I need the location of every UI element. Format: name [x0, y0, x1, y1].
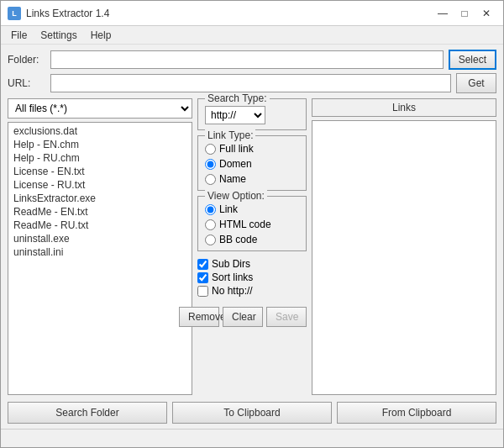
status-bar — [1, 429, 503, 447]
search-folder-button[interactable]: Search Folder — [8, 402, 167, 424]
radio-bb-label: BB code — [219, 234, 257, 245]
sort-links-checkbox[interactable] — [197, 272, 208, 283]
list-item[interactable]: License - RU.txt — [10, 178, 190, 192]
menu-settings[interactable]: Settings — [34, 28, 83, 42]
link-type-label: Link Type: — [205, 129, 255, 141]
view-html: HTML code — [205, 219, 299, 230]
view-link: Link — [205, 203, 299, 215]
sub-dirs-label: Sub Dirs — [212, 258, 250, 270]
sort-links-label: Sort links — [212, 271, 253, 283]
maximize-button[interactable]: □ — [454, 5, 475, 22]
folder-label: Folder: — [8, 54, 45, 66]
window-title: Links Extractor 1.4 — [26, 8, 433, 19]
links-area[interactable] — [312, 120, 496, 395]
link-type-domen: Domen — [205, 158, 299, 170]
folder-row: Folder: Select — [8, 50, 496, 70]
from-clipboard-button[interactable]: From Clipboard — [337, 402, 496, 424]
main-area: All files (*.*) *.txt *.htm *.html exclu… — [8, 98, 496, 395]
content-area: Folder: Select URL: Get All files (*.*) … — [1, 45, 503, 429]
to-clipboard-button[interactable]: To Clipboard — [172, 402, 332, 424]
remove-button[interactable]: Remove — [179, 307, 219, 327]
url-input[interactable] — [50, 74, 451, 92]
get-button[interactable]: Get — [456, 73, 496, 93]
view-bb: BB code — [205, 234, 299, 245]
link-type-group: Link Type: Full link Domen Name — [197, 135, 307, 191]
search-type-group: Search Type: http:// https:// ftp:// any — [197, 98, 307, 130]
action-buttons: Remove Clear Save — [197, 307, 307, 327]
title-bar: L Links Extractor 1.4 — □ ✕ — [1, 1, 503, 26]
list-item[interactable]: exclusions.dat — [10, 124, 190, 138]
svg-text:L: L — [12, 9, 17, 18]
view-option-group: View Option: Link HTML code BB code — [197, 196, 307, 251]
radio-name-label: Name — [219, 173, 246, 185]
no-http-label: No http:// — [212, 285, 253, 297]
list-item[interactable]: ReadMe - RU.txt — [10, 219, 190, 232]
radio-link[interactable] — [205, 204, 216, 215]
select-button[interactable]: Select — [449, 50, 496, 70]
file-list[interactable]: exclusions.datHelp - EN.chmHelp - RU.chm… — [8, 122, 192, 395]
file-filter-dropdown[interactable]: All files (*.*) *.txt *.htm *.html — [8, 98, 192, 119]
search-type-dropdown[interactable]: http:// https:// ftp:// any — [205, 106, 265, 124]
radio-link-label: Link — [219, 203, 238, 215]
list-item[interactable]: License - EN.txt — [10, 165, 190, 178]
app-icon: L — [8, 7, 21, 20]
list-item[interactable]: ReadMe - EN.txt — [10, 205, 190, 219]
link-type-name: Name — [205, 173, 299, 185]
bottom-row: Search Folder To Clipboard From Clipboar… — [8, 402, 496, 424]
list-item[interactable]: Help - EN.chm — [10, 138, 190, 151]
sort-links-row: Sort links — [197, 271, 307, 283]
menu-file[interactable]: File — [4, 28, 34, 42]
list-item[interactable]: uninstall.exe — [10, 232, 190, 245]
radio-domen-label: Domen — [219, 158, 252, 170]
radio-full-link[interactable] — [205, 144, 216, 155]
clear-button[interactable]: Clear — [223, 307, 263, 327]
close-button[interactable]: ✕ — [476, 5, 496, 22]
links-header: Links — [312, 98, 496, 117]
sub-dirs-checkbox[interactable] — [197, 259, 208, 270]
list-item[interactable]: Help - RU.chm — [10, 151, 190, 165]
url-label: URL: — [8, 77, 45, 89]
checkboxes-area: Sub Dirs Sort links No http:// — [197, 256, 307, 300]
sub-dirs-row: Sub Dirs — [197, 258, 307, 270]
main-window: L Links Extractor 1.4 — □ ✕ File Setting… — [0, 0, 504, 448]
folder-input[interactable] — [50, 50, 444, 69]
list-item[interactable]: uninstall.ini — [10, 245, 190, 259]
no-http-checkbox[interactable] — [197, 286, 208, 297]
menu-help[interactable]: Help — [84, 28, 118, 42]
minimize-button[interactable]: — — [433, 5, 453, 22]
url-row: URL: Get — [8, 73, 496, 93]
left-panel: All files (*.*) *.txt *.htm *.html exclu… — [8, 98, 192, 395]
window-controls: — □ ✕ — [433, 5, 496, 22]
no-http-row: No http:// — [197, 285, 307, 297]
radio-full-link-label: Full link — [219, 143, 254, 155]
link-type-full: Full link — [205, 143, 299, 155]
search-type-label: Search Type: — [205, 92, 270, 104]
save-button[interactable]: Save — [266, 307, 307, 327]
radio-domen[interactable] — [205, 159, 216, 170]
middle-panel: Search Type: http:// https:// ftp:// any… — [197, 98, 307, 395]
radio-bb-code[interactable] — [205, 235, 216, 245]
view-option-label: View Option: — [205, 190, 267, 202]
search-type-row: http:// https:// ftp:// any — [205, 106, 299, 124]
right-panel: Links — [312, 98, 496, 395]
list-item[interactable]: LinksExtractor.exe — [10, 192, 190, 205]
radio-html-code[interactable] — [205, 219, 216, 230]
radio-name[interactable] — [205, 174, 216, 185]
menu-bar: File Settings Help — [1, 26, 503, 45]
radio-html-label: HTML code — [219, 219, 271, 230]
